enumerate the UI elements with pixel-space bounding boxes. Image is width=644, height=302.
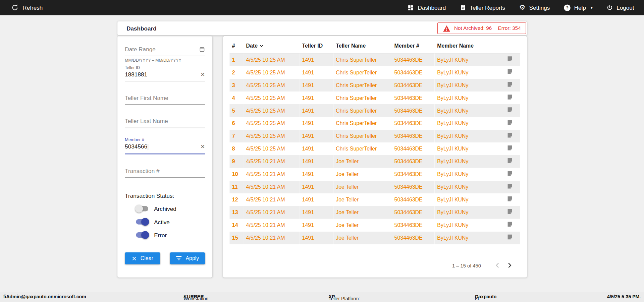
clipboard-icon — [460, 4, 466, 11]
date-range-helper: MM/DD/YYYY – MM/DD/YYYY — [125, 58, 205, 62]
note-icon — [507, 145, 513, 151]
active-switch[interactable] — [136, 219, 148, 225]
note-icon-cell[interactable] — [500, 104, 520, 117]
pagination-range-label: 1 – 15 of 450 — [452, 263, 481, 269]
member-number-value[interactable]: 5034566 — [125, 143, 148, 150]
row-num: 3 — [229, 78, 244, 91]
date-range-field[interactable]: Date Range MM/DD/YYYY – MM/DD/YYYY — [125, 46, 205, 62]
clear-button[interactable]: ✕ Clear — [125, 252, 160, 264]
row-num: 2 — [229, 66, 244, 79]
archived-switch[interactable] — [136, 206, 148, 212]
nav-help[interactable]: ? Help ▾ — [564, 4, 593, 11]
apply-button[interactable]: Apply — [170, 252, 205, 264]
error-switch[interactable] — [136, 232, 148, 238]
note-icon-cell[interactable] — [500, 206, 520, 219]
table-row[interactable]: 104/5/25 10:21 AM1491Joe Teller5034463DE… — [229, 168, 520, 180]
col-member-name[interactable]: Member Name — [435, 39, 500, 53]
toggle-archived[interactable]: Archived — [136, 205, 205, 212]
cell-member-number: 5034463DE — [392, 117, 435, 129]
table-row[interactable]: 84/5/25 10:25 AM1491Chris SuperTeller503… — [229, 142, 520, 155]
table-row[interactable]: 44/5/25 10:25 AM1491Chris SuperTeller503… — [229, 91, 520, 104]
app-window: Refresh Dashboard Teller Reports ⚙ Setti… — [0, 0, 644, 302]
cell-member-number: 5034463DE — [392, 53, 435, 66]
gear-icon: ⚙ — [519, 4, 526, 11]
refresh-label: Refresh — [22, 4, 43, 11]
cell-date: 4/5/25 10:21 AM — [244, 231, 300, 244]
col-teller-id[interactable]: Teller ID — [300, 39, 333, 53]
teller-id-label: Teller ID — [125, 65, 205, 70]
cell-teller-name: Chris SuperTeller — [333, 91, 392, 104]
transaction-number-field[interactable]: Transaction # — [125, 167, 205, 178]
table-row[interactable]: 144/5/25 10:21 AM1491Joe Teller5034463DE… — [229, 219, 520, 231]
refresh-button[interactable]: Refresh — [11, 4, 43, 11]
note-icon-cell[interactable] — [500, 142, 520, 155]
table-row[interactable]: 24/5/25 10:25 AM1491Chris SuperTeller503… — [229, 66, 520, 79]
col-teller-name[interactable]: Teller Name — [333, 39, 392, 53]
note-icon-cell[interactable] — [500, 78, 520, 91]
note-icon-cell[interactable] — [500, 180, 520, 193]
nav-logout[interactable]: Logout — [607, 4, 634, 11]
warning-icon — [443, 25, 450, 32]
cell-member-name: ByLyJI KUNy — [435, 206, 500, 219]
cell-teller-id: 1491 — [300, 193, 333, 206]
table-row[interactable]: 94/5/25 10:21 AM1491Joe Teller5034463DEB… — [229, 155, 520, 168]
table-row[interactable]: 74/5/25 10:25 AM1491Chris SuperTeller503… — [229, 129, 520, 142]
note-icon-cell[interactable] — [500, 168, 520, 180]
cell-date: 4/5/25 10:21 AM — [244, 193, 300, 206]
cell-date: 4/5/25 10:25 AM — [244, 66, 300, 79]
cell-date: 4/5/25 10:21 AM — [244, 155, 300, 168]
cell-teller-id: 1491 — [300, 78, 333, 91]
cell-teller-name: Joe Teller — [333, 206, 392, 219]
note-icon-cell[interactable] — [500, 219, 520, 231]
clear-x-icon: ✕ — [131, 255, 137, 261]
nav-dashboard[interactable]: Dashboard — [408, 4, 446, 11]
next-page-button[interactable] — [503, 261, 516, 271]
row-num: 8 — [229, 142, 244, 155]
table-row[interactable]: 64/5/25 10:25 AM1491Chris SuperTeller503… — [229, 117, 520, 129]
note-icon-cell[interactable] — [500, 129, 520, 142]
note-icon-cell[interactable] — [500, 155, 520, 168]
cell-teller-name: Chris SuperTeller — [333, 66, 392, 79]
note-icon — [507, 183, 513, 189]
note-icon-cell[interactable] — [500, 231, 520, 244]
note-icon-cell[interactable] — [500, 193, 520, 206]
note-icon — [507, 158, 513, 164]
note-icon-cell[interactable] — [500, 66, 520, 79]
cell-teller-id: 1491 — [300, 219, 333, 231]
table-row[interactable]: 54/5/25 10:25 AM1491Chris SuperTeller503… — [229, 104, 520, 117]
cell-member-number: 5034463DE — [392, 129, 435, 142]
clear-teller-id-icon[interactable]: ✕ — [201, 72, 205, 77]
table-row[interactable]: 114/5/25 10:21 AM1491Joe Teller5034463DE… — [229, 180, 520, 193]
status-bar: fiAdmin@qaxpauto.onmicrosoft.com Worksta… — [0, 292, 644, 302]
teller-first-name-field[interactable]: Teller First Name — [125, 95, 205, 105]
note-icon-cell[interactable] — [500, 91, 520, 104]
calendar-icon[interactable] — [199, 46, 205, 52]
toggle-error[interactable]: Error — [136, 232, 205, 239]
table-row[interactable]: 14/5/25 10:25 AM1491Chris SuperTeller503… — [229, 53, 520, 66]
note-icon — [507, 221, 513, 227]
nav-teller-reports[interactable]: Teller Reports — [460, 4, 505, 11]
col-number[interactable]: # — [229, 39, 244, 53]
cell-member-name: ByLyJI KUNy — [435, 193, 500, 206]
member-number-field[interactable]: Member # 5034566 ✕ — [125, 137, 205, 154]
table-row[interactable]: 134/5/25 10:21 AM1491Joe Teller5034463DE… — [229, 206, 520, 219]
cell-teller-name: Chris SuperTeller — [333, 129, 392, 142]
toggle-active[interactable]: Active — [136, 219, 205, 225]
note-icon — [507, 107, 513, 113]
row-num: 15 — [229, 231, 244, 244]
table-row[interactable]: 154/5/25 10:21 AM1491Joe Teller5034463DE… — [229, 231, 520, 244]
previous-page-button[interactable] — [492, 261, 504, 271]
table-row[interactable]: 34/5/25 10:25 AM1491Chris SuperTeller503… — [229, 78, 520, 91]
col-date[interactable]: Date — [244, 39, 300, 53]
teller-id-value[interactable]: 1881881 — [125, 71, 147, 78]
clear-member-icon[interactable]: ✕ — [201, 144, 205, 149]
alert-error-count: Error: 354 — [498, 25, 521, 31]
teller-id-field[interactable]: Teller ID 1881881 ✕ — [125, 65, 205, 81]
table-row[interactable]: 124/5/25 10:21 AM1491Joe Teller5034463DE… — [229, 193, 520, 206]
nav-settings[interactable]: ⚙ Settings — [519, 4, 550, 11]
teller-last-name-field[interactable]: Teller Last Name — [125, 118, 205, 128]
note-icon-cell[interactable] — [500, 117, 520, 129]
col-member-number[interactable]: Member # — [392, 39, 435, 53]
current-datetime: 4/5/25 5:35 PM. — [607, 294, 641, 299]
note-icon-cell[interactable] — [500, 53, 520, 66]
